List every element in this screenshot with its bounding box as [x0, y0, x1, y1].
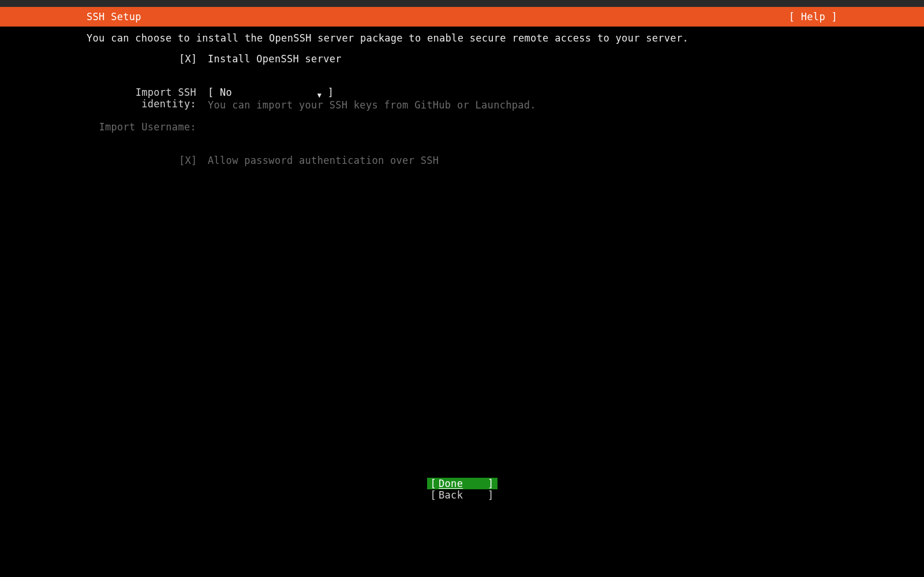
main-content: You can choose to install the OpenSSH se… — [0, 27, 924, 577]
done-label: Done — [436, 478, 488, 489]
page-title: SSH Setup — [87, 11, 141, 23]
import-identity-value: No — [220, 87, 232, 98]
window-chrome-top — [0, 0, 924, 7]
import-username-label: Import Username: — [87, 121, 196, 133]
back-button[interactable]: [ Back ] — [427, 489, 497, 501]
intro-text: You can choose to install the OpenSSH se… — [87, 32, 837, 44]
install-openssh-checkbox[interactable]: [X] — [179, 53, 196, 65]
spacer — [87, 113, 837, 121]
allow-password-label: Allow password authentication over SSH — [208, 155, 439, 166]
install-openssh-label: Install OpenSSH server — [208, 53, 342, 65]
allow-password-checkbox-col: [X] — [87, 155, 196, 166]
allow-password-row[interactable]: [X] Allow password authentication over S… — [87, 155, 837, 166]
import-identity-dropdown[interactable]: [ No ▼ ] — [208, 87, 334, 98]
bracket-open: [ — [431, 478, 437, 489]
import-identity-hint: You can import your SSH keys from GitHub… — [208, 99, 536, 111]
title-bar: SSH Setup [ Help ] — [0, 7, 924, 27]
bracket-close: ] — [488, 489, 494, 501]
install-openssh-checkbox-col: [X] — [87, 53, 196, 65]
help-label: Help — [801, 11, 825, 23]
import-identity-label: Import SSH identity: — [87, 87, 196, 110]
import-username-row: Import Username: — [87, 121, 837, 133]
allow-password-checkbox[interactable]: [X] — [179, 155, 196, 166]
help-button[interactable]: [ Help ] — [789, 11, 837, 23]
footer-buttons: [ Done ] [ Back ] — [0, 478, 924, 501]
bracket-close: ] — [488, 478, 494, 489]
install-openssh-row[interactable]: [X] Install OpenSSH server — [87, 53, 837, 65]
import-identity-row: Import SSH identity: [ No ▼ ] You can im… — [87, 87, 837, 111]
spacer — [87, 67, 837, 87]
bracket-open: [ — [431, 489, 437, 501]
chevron-down-icon: ▼ — [317, 91, 322, 99]
back-label: Back — [436, 489, 488, 501]
done-button[interactable]: [ Done ] — [427, 478, 497, 489]
spacer — [87, 135, 837, 155]
